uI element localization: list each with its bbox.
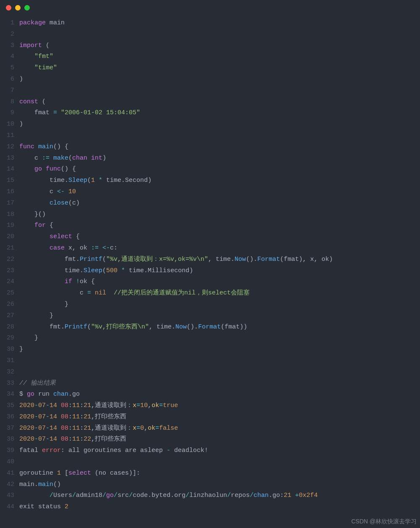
code-line[interactable]: } <box>19 344 420 355</box>
code-line[interactable]: package main <box>19 18 420 29</box>
code-line[interactable] <box>19 457 420 468</box>
line-number: 3 <box>0 40 14 52</box>
line-number: 16 <box>0 187 14 198</box>
line-number: 17 <box>0 198 14 209</box>
line-number: 22 <box>0 254 14 265</box>
code-line[interactable]: "time" <box>19 63 420 74</box>
line-number: 30 <box>0 344 14 355</box>
line-number: 40 <box>0 457 14 468</box>
line-number: 4 <box>0 51 14 63</box>
line-number: 26 <box>0 299 14 310</box>
code-line[interactable]: ) <box>19 74 420 85</box>
code-line[interactable]: if !ok { <box>19 276 420 288</box>
line-number: 8 <box>0 97 14 108</box>
window-titlebar <box>0 0 420 15</box>
line-number: 19 <box>0 220 14 231</box>
code-line[interactable]: $ go run chan.go <box>19 389 420 400</box>
watermark-text: CSDN @林欣快滚去学习 <box>351 518 417 525</box>
code-line[interactable]: } <box>19 299 420 310</box>
code-line[interactable]: fmt.Printf("%v,打印些东西\n", time.Now().Form… <box>19 322 420 333</box>
line-number: 15 <box>0 175 14 187</box>
code-line[interactable] <box>19 130 420 142</box>
code-line[interactable]: } <box>19 310 420 322</box>
zoom-icon[interactable] <box>24 5 30 11</box>
code-line[interactable] <box>19 85 420 97</box>
line-number: 5 <box>0 63 14 74</box>
code-line[interactable]: 2020-07-14 08:11:21,通道读取到：x=0,ok=false <box>19 423 420 434</box>
line-number: 14 <box>0 164 14 175</box>
line-number: 41 <box>0 468 14 479</box>
line-number: 2 <box>0 29 14 40</box>
code-line[interactable] <box>19 355 420 367</box>
code-line[interactable]: import ( <box>19 40 420 52</box>
line-number: 20 <box>0 231 14 243</box>
line-number: 10 <box>0 119 14 130</box>
line-number: 25 <box>0 288 14 299</box>
code-line[interactable]: close(c) <box>19 198 420 209</box>
line-number: 38 <box>0 434 14 445</box>
line-number: 36 <box>0 412 14 423</box>
line-number: 28 <box>0 322 14 333</box>
code-line[interactable]: 2020-07-14 08:11:22,打印些东西 <box>19 434 420 445</box>
code-line[interactable]: func main() { <box>19 142 420 153</box>
code-line[interactable]: exit status 2 <box>19 502 420 513</box>
line-number: 9 <box>0 108 14 119</box>
line-number: 6 <box>0 74 14 85</box>
line-number: 31 <box>0 355 14 367</box>
code-line[interactable]: c = nil //把关闭后的通道赋值为nil，则select会阻塞 <box>19 288 420 299</box>
line-number: 42 <box>0 479 14 491</box>
code-line[interactable]: ) <box>19 119 420 130</box>
code-line[interactable]: 2020-07-14 08:11:21,通道读取到：x=10,ok=true <box>19 400 420 412</box>
code-line[interactable]: main.main() <box>19 479 420 491</box>
code-line[interactable]: c := make(chan int) <box>19 153 420 164</box>
code-line[interactable]: goroutine 1 [select (no cases)]: <box>19 468 420 479</box>
code-line[interactable]: fmt.Printf("%v,通道读取到：x=%v,ok=%v\n", time… <box>19 254 420 265</box>
line-number: 35 <box>0 400 14 412</box>
line-number: 37 <box>0 423 14 434</box>
minimize-icon[interactable] <box>15 5 21 11</box>
line-number: 29 <box>0 333 14 344</box>
line-number: 33 <box>0 378 14 389</box>
line-number: 39 <box>0 445 14 457</box>
line-number: 7 <box>0 85 14 97</box>
code-line[interactable]: 2020-07-14 08:11:21,打印些东西 <box>19 412 420 423</box>
code-line[interactable]: // 输出结果 <box>19 378 420 389</box>
code-line[interactable]: c <- 10 <box>19 187 420 198</box>
code-content[interactable]: package main import ( "fmt" "time") cons… <box>19 18 420 513</box>
code-line[interactable]: }() <box>19 209 420 221</box>
code-line[interactable]: "fmt" <box>19 51 420 63</box>
line-number: 23 <box>0 265 14 277</box>
line-number: 13 <box>0 153 14 164</box>
code-line[interactable]: case x, ok := <-c: <box>19 243 420 254</box>
code-line[interactable]: time.Sleep(500 * time.Millisecond) <box>19 265 420 277</box>
line-number: 21 <box>0 243 14 254</box>
code-line[interactable]: select { <box>19 231 420 243</box>
line-number: 27 <box>0 310 14 322</box>
code-editor[interactable]: 1234567891011121314151617181920212223242… <box>0 15 420 513</box>
line-number: 1 <box>0 18 14 29</box>
line-number: 43 <box>0 490 14 502</box>
code-line[interactable]: } <box>19 333 420 344</box>
code-line[interactable] <box>19 367 420 378</box>
line-number: 18 <box>0 209 14 221</box>
code-line[interactable]: /Users/admin18/go/src/code.byted.org/lin… <box>19 490 420 502</box>
code-line[interactable]: go func() { <box>19 164 420 175</box>
line-number: 44 <box>0 502 14 513</box>
code-line[interactable]: const ( <box>19 97 420 108</box>
line-number: 34 <box>0 389 14 400</box>
code-line[interactable]: time.Sleep(1 * time.Second) <box>19 175 420 187</box>
line-number: 32 <box>0 367 14 378</box>
code-line[interactable]: for { <box>19 220 420 231</box>
line-number: 12 <box>0 142 14 153</box>
code-line[interactable] <box>19 29 420 40</box>
code-line[interactable]: fatal error: all goroutines are asleep -… <box>19 445 420 457</box>
code-line[interactable]: fmat = "2006-01-02 15:04:05" <box>19 108 420 119</box>
line-number: 24 <box>0 276 14 288</box>
line-number: 11 <box>0 130 14 142</box>
close-icon[interactable] <box>6 5 11 11</box>
line-number-gutter: 1234567891011121314151617181920212223242… <box>0 18 19 513</box>
